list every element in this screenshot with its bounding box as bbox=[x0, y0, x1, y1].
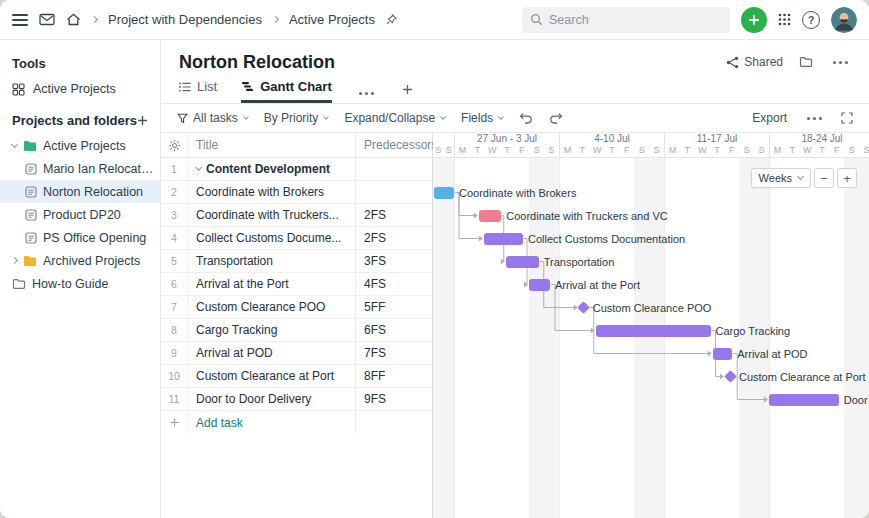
search-bar[interactable] bbox=[522, 7, 730, 33]
share-action[interactable]: Shared bbox=[726, 55, 783, 69]
task-title: Custom Clearance at Port bbox=[196, 369, 334, 383]
task-bar[interactable] bbox=[529, 279, 550, 291]
table-row-4[interactable]: 4Collect Customs Docume...2FS bbox=[161, 227, 432, 250]
task-bar[interactable] bbox=[484, 233, 523, 245]
column-title[interactable]: Title bbox=[187, 133, 355, 157]
task-title: Collect Customs Docume... bbox=[196, 231, 341, 245]
task-bar-label: Coordinate with Truckers and VC bbox=[506, 209, 667, 223]
predecessor-cell: 8FF bbox=[355, 365, 432, 387]
pin-icon[interactable] bbox=[386, 14, 397, 25]
table-row-9[interactable]: 9Arrival at POD7FS bbox=[161, 342, 432, 365]
help-icon[interactable]: ? bbox=[802, 11, 820, 29]
task-table: Title Predecessors 1Content Development2… bbox=[161, 133, 433, 518]
gantt-toolbar: All tasks By Priority Expand/Collapse Fi… bbox=[161, 104, 869, 133]
task-bar[interactable] bbox=[506, 256, 539, 268]
filter-all-tasks[interactable]: All tasks bbox=[177, 111, 248, 125]
task-title-cell: Arrival at the Port bbox=[187, 273, 355, 295]
folder-action-icon[interactable] bbox=[799, 56, 813, 68]
table-row-10[interactable]: 10Custom Clearance at Port8FF bbox=[161, 365, 432, 388]
day-letter: T bbox=[470, 145, 485, 156]
timescale-select[interactable]: Weeks bbox=[751, 168, 811, 188]
tabs-more-icon[interactable] bbox=[356, 90, 378, 103]
tab-label: List bbox=[197, 79, 217, 94]
zoom-out-button[interactable]: − bbox=[814, 168, 834, 188]
day-letter: S bbox=[739, 145, 754, 156]
day-letter: S bbox=[529, 145, 544, 156]
create-button[interactable] bbox=[741, 7, 767, 33]
row-number: 1 bbox=[161, 158, 187, 180]
project-icon bbox=[25, 232, 37, 244]
table-row-3[interactable]: 3Coordinate with Truckers...2FS bbox=[161, 204, 432, 227]
add-project-icon[interactable] bbox=[137, 115, 148, 126]
expand-collapse[interactable]: Expand/Collapse bbox=[344, 111, 445, 125]
gantt-timeline-header: SS27 Jun - 3 JulMTWTFSS4-10 JulMTWTFSS11… bbox=[433, 133, 869, 158]
filter-icon bbox=[177, 113, 188, 124]
task-title-cell: Coordinate with Truckers... bbox=[187, 204, 355, 226]
row-number: 6 bbox=[161, 273, 187, 295]
task-bar[interactable] bbox=[713, 348, 733, 360]
task-bar[interactable] bbox=[596, 325, 711, 337]
task-title-cell: Content Development bbox=[187, 158, 355, 180]
table-body: 1Content Development2Coordinate with Bro… bbox=[161, 158, 432, 411]
chevron-down-icon bbox=[498, 114, 504, 120]
table-row-1[interactable]: 1Content Development bbox=[161, 158, 432, 181]
breadcrumb-project[interactable]: Project with Dependencies bbox=[108, 12, 262, 27]
table-row-11[interactable]: 11Door to Door Delivery9FS bbox=[161, 388, 432, 411]
sort-by-priority[interactable]: By Priority bbox=[264, 111, 329, 125]
toolbar-more-icon[interactable] bbox=[803, 115, 825, 122]
project-icon bbox=[25, 163, 37, 175]
export-button[interactable]: Export bbox=[752, 111, 787, 125]
gear-icon[interactable] bbox=[168, 139, 181, 152]
sidebar-item-product-dp20[interactable]: Product DP20 bbox=[0, 203, 160, 226]
sidebar-item-ps-office-opening[interactable]: PS Office Opening bbox=[0, 226, 160, 249]
tab-gantt-chart[interactable]: Gantt Chart bbox=[241, 79, 332, 103]
sidebar-item-label: Norton Relocation bbox=[43, 185, 143, 199]
search-input[interactable] bbox=[549, 13, 722, 27]
apps-grid-icon[interactable] bbox=[778, 13, 791, 26]
task-bar[interactable] bbox=[769, 394, 839, 406]
table-row-5[interactable]: 5Transportation3FS bbox=[161, 250, 432, 273]
predecessor-cell: 3FS bbox=[355, 250, 432, 272]
sidebar-item-active-projects-tool[interactable]: Active Projects bbox=[0, 77, 160, 101]
gantt-chart: SS27 Jun - 3 JulMTWTFSS4-10 JulMTWTFSS11… bbox=[433, 133, 869, 518]
task-title: Arrival at POD bbox=[196, 346, 273, 360]
more-icon[interactable] bbox=[829, 59, 851, 66]
add-view-button[interactable] bbox=[402, 84, 413, 103]
task-title: Cargo Tracking bbox=[196, 323, 277, 337]
fields[interactable]: Fields bbox=[461, 111, 503, 125]
home-icon[interactable] bbox=[66, 13, 81, 26]
sidebar-item-how-to-guide[interactable]: How-to Guide bbox=[0, 272, 160, 295]
task-bar-label: Collect Customs Documentation bbox=[528, 232, 685, 246]
column-predecessors[interactable]: Predecessors bbox=[355, 133, 432, 157]
sidebar-item-mario-ian-relocation[interactable]: Mario Ian Relocation bbox=[0, 157, 160, 180]
row-number: 2 bbox=[161, 181, 187, 203]
add-task-row[interactable]: Add task bbox=[161, 411, 432, 434]
user-avatar[interactable] bbox=[831, 7, 857, 33]
undo-icon[interactable] bbox=[519, 112, 533, 124]
menu-icon[interactable] bbox=[12, 14, 28, 26]
task-title: Coordinate with Brokers bbox=[196, 185, 324, 199]
table-row-8[interactable]: 8Cargo Tracking6FS bbox=[161, 319, 432, 342]
table-row-6[interactable]: 6Arrival at the Port4FS bbox=[161, 273, 432, 296]
breadcrumb-active-projects[interactable]: Active Projects bbox=[289, 12, 375, 27]
day-letter: W bbox=[590, 145, 605, 156]
sidebar-item-active-projects[interactable]: Active Projects bbox=[0, 134, 160, 157]
inbox-icon[interactable] bbox=[39, 13, 55, 26]
redo-icon[interactable] bbox=[549, 112, 563, 124]
sidebar-item-archived-projects[interactable]: Archived Projects bbox=[0, 249, 160, 272]
gantt-week-header: 4-10 JulMTWTFSS bbox=[559, 133, 664, 157]
sidebar-item-norton-relocation[interactable]: Norton Relocation bbox=[0, 180, 160, 203]
fullscreen-icon[interactable] bbox=[841, 112, 853, 124]
tool-label: Expand/Collapse bbox=[344, 111, 435, 125]
week-label: 18-24 Jul bbox=[770, 133, 869, 145]
table-row-7[interactable]: 7Custom Clearance POO5FF bbox=[161, 296, 432, 319]
folder-green-icon bbox=[23, 140, 37, 152]
task-title-cell: Arrival at POD bbox=[187, 342, 355, 364]
predecessor-cell: 4FS bbox=[355, 273, 432, 295]
tab-list[interactable]: List bbox=[179, 79, 217, 103]
table-row-2[interactable]: 2Coordinate with Brokers bbox=[161, 181, 432, 204]
task-bar[interactable] bbox=[434, 187, 454, 199]
sidebar-item-label: Product DP20 bbox=[43, 208, 121, 222]
zoom-in-button[interactable]: + bbox=[837, 168, 857, 188]
task-bar[interactable] bbox=[479, 210, 502, 222]
